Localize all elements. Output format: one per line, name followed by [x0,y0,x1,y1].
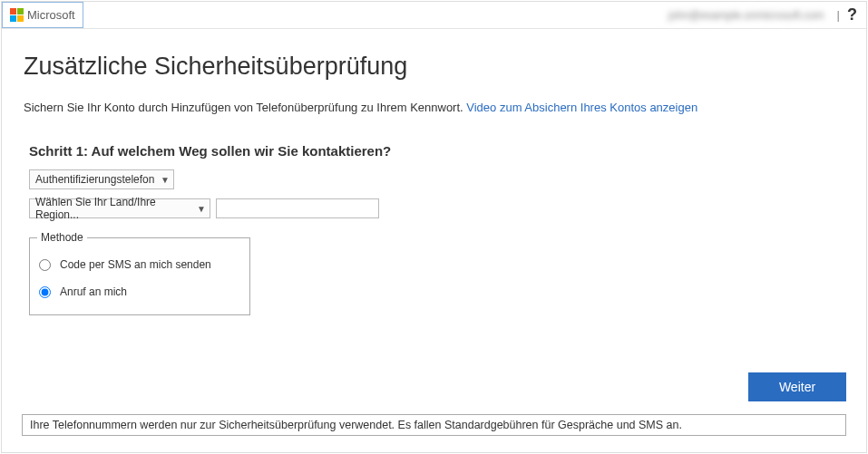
footer-note: Ihre Telefonnummern werden nur zur Siche… [22,414,846,436]
intro-text-static: Sichern Sie Ihr Konto durch Hinzufügen v… [24,101,466,114]
chevron-down-icon: ▼ [161,175,170,185]
region-selected: Wählen Sie Ihr Land/Ihre Region... [35,196,191,221]
region-select[interactable]: Wählen Sie Ihr Land/Ihre Region... ▼ [29,198,210,218]
step1-heading: Schritt 1: Auf welchem Weg sollen wir Si… [29,143,844,159]
brand-logo: Microsoft [2,2,83,28]
method-fieldset: Methode Code per SMS an mich senden Anru… [29,231,250,315]
page-title: Zusätzliche Sicherheitsüberprüfung [24,53,844,81]
divider: | [837,8,840,22]
phone-input[interactable] [216,198,379,218]
brand-label: Microsoft [27,8,75,22]
radio-sms[interactable] [39,259,51,271]
intro-text: Sichern Sie Ihr Konto durch Hinzufügen v… [24,101,844,114]
radio-sms-label: Code per SMS an mich senden [60,258,211,271]
user-email: john@example.onmicrosoft.com [668,9,824,22]
help-button[interactable]: ? [847,5,857,24]
page-frame: Microsoft john@example.onmicrosoft.com |… [1,1,867,453]
contact-method-selected: Authentifizierungstelefon [35,173,154,186]
header-bar: Microsoft john@example.onmicrosoft.com |… [2,2,866,29]
radio-sms-row[interactable]: Code per SMS an mich senden [37,251,242,278]
radio-call-label: Anruf an mich [60,285,127,298]
microsoft-logo-icon [10,8,24,22]
radio-call[interactable] [39,286,51,298]
chevron-down-icon: ▼ [197,204,206,214]
next-button[interactable]: Weiter [748,372,846,401]
content-area: Zusätzliche Sicherheitsüberprüfung Siche… [2,29,866,324]
method-legend: Methode [37,231,87,244]
contact-method-select[interactable]: Authentifizierungstelefon ▼ [29,169,174,189]
radio-call-row[interactable]: Anruf an mich [37,278,242,305]
video-link[interactable]: Video zum Absichern Ihres Kontos anzeige… [466,101,697,114]
